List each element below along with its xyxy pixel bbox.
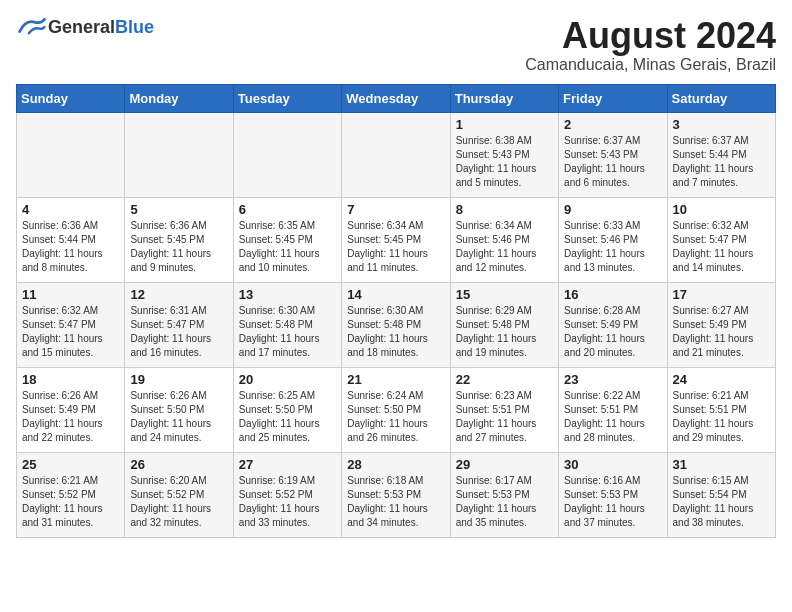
- calendar-header-saturday: Saturday: [667, 84, 775, 112]
- day-info: Sunrise: 6:34 AM Sunset: 5:46 PM Dayligh…: [456, 219, 553, 275]
- header: GeneralBlue August 2024 Camanducaia, Min…: [16, 16, 776, 74]
- calendar-cell: 8Sunrise: 6:34 AM Sunset: 5:46 PM Daylig…: [450, 197, 558, 282]
- calendar-cell: 22Sunrise: 6:23 AM Sunset: 5:51 PM Dayli…: [450, 367, 558, 452]
- calendar-cell: 30Sunrise: 6:16 AM Sunset: 5:53 PM Dayli…: [559, 452, 667, 537]
- day-info: Sunrise: 6:30 AM Sunset: 5:48 PM Dayligh…: [347, 304, 444, 360]
- day-info: Sunrise: 6:28 AM Sunset: 5:49 PM Dayligh…: [564, 304, 661, 360]
- day-number: 26: [130, 457, 227, 472]
- day-info: Sunrise: 6:37 AM Sunset: 5:44 PM Dayligh…: [673, 134, 770, 190]
- day-info: Sunrise: 6:25 AM Sunset: 5:50 PM Dayligh…: [239, 389, 336, 445]
- calendar-week-row: 1Sunrise: 6:38 AM Sunset: 5:43 PM Daylig…: [17, 112, 776, 197]
- calendar-cell: [125, 112, 233, 197]
- calendar-header-row: SundayMondayTuesdayWednesdayThursdayFrid…: [17, 84, 776, 112]
- day-info: Sunrise: 6:19 AM Sunset: 5:52 PM Dayligh…: [239, 474, 336, 530]
- day-info: Sunrise: 6:21 AM Sunset: 5:51 PM Dayligh…: [673, 389, 770, 445]
- calendar-cell: 4Sunrise: 6:36 AM Sunset: 5:44 PM Daylig…: [17, 197, 125, 282]
- day-number: 13: [239, 287, 336, 302]
- day-number: 29: [456, 457, 553, 472]
- calendar-cell: 14Sunrise: 6:30 AM Sunset: 5:48 PM Dayli…: [342, 282, 450, 367]
- calendar-cell: [17, 112, 125, 197]
- calendar-cell: [342, 112, 450, 197]
- day-number: 23: [564, 372, 661, 387]
- calendar-cell: 7Sunrise: 6:34 AM Sunset: 5:45 PM Daylig…: [342, 197, 450, 282]
- day-info: Sunrise: 6:22 AM Sunset: 5:51 PM Dayligh…: [564, 389, 661, 445]
- calendar-cell: 1Sunrise: 6:38 AM Sunset: 5:43 PM Daylig…: [450, 112, 558, 197]
- day-info: Sunrise: 6:36 AM Sunset: 5:44 PM Dayligh…: [22, 219, 119, 275]
- calendar-cell: 28Sunrise: 6:18 AM Sunset: 5:53 PM Dayli…: [342, 452, 450, 537]
- title-area: August 2024 Camanducaia, Minas Gerais, B…: [525, 16, 776, 74]
- day-info: Sunrise: 6:17 AM Sunset: 5:53 PM Dayligh…: [456, 474, 553, 530]
- calendar-cell: 27Sunrise: 6:19 AM Sunset: 5:52 PM Dayli…: [233, 452, 341, 537]
- day-number: 10: [673, 202, 770, 217]
- calendar-cell: 29Sunrise: 6:17 AM Sunset: 5:53 PM Dayli…: [450, 452, 558, 537]
- calendar-week-row: 25Sunrise: 6:21 AM Sunset: 5:52 PM Dayli…: [17, 452, 776, 537]
- main-title: August 2024: [525, 16, 776, 56]
- day-info: Sunrise: 6:32 AM Sunset: 5:47 PM Dayligh…: [22, 304, 119, 360]
- calendar-cell: 12Sunrise: 6:31 AM Sunset: 5:47 PM Dayli…: [125, 282, 233, 367]
- calendar-header-thursday: Thursday: [450, 84, 558, 112]
- day-number: 31: [673, 457, 770, 472]
- calendar-header-friday: Friday: [559, 84, 667, 112]
- calendar-week-row: 11Sunrise: 6:32 AM Sunset: 5:47 PM Dayli…: [17, 282, 776, 367]
- day-info: Sunrise: 6:34 AM Sunset: 5:45 PM Dayligh…: [347, 219, 444, 275]
- day-info: Sunrise: 6:23 AM Sunset: 5:51 PM Dayligh…: [456, 389, 553, 445]
- day-number: 30: [564, 457, 661, 472]
- day-info: Sunrise: 6:36 AM Sunset: 5:45 PM Dayligh…: [130, 219, 227, 275]
- day-number: 16: [564, 287, 661, 302]
- day-number: 4: [22, 202, 119, 217]
- day-number: 19: [130, 372, 227, 387]
- day-info: Sunrise: 6:38 AM Sunset: 5:43 PM Dayligh…: [456, 134, 553, 190]
- day-info: Sunrise: 6:18 AM Sunset: 5:53 PM Dayligh…: [347, 474, 444, 530]
- day-number: 3: [673, 117, 770, 132]
- day-info: Sunrise: 6:35 AM Sunset: 5:45 PM Dayligh…: [239, 219, 336, 275]
- day-number: 17: [673, 287, 770, 302]
- calendar-cell: 18Sunrise: 6:26 AM Sunset: 5:49 PM Dayli…: [17, 367, 125, 452]
- calendar-cell: 20Sunrise: 6:25 AM Sunset: 5:50 PM Dayli…: [233, 367, 341, 452]
- day-info: Sunrise: 6:24 AM Sunset: 5:50 PM Dayligh…: [347, 389, 444, 445]
- calendar-week-row: 18Sunrise: 6:26 AM Sunset: 5:49 PM Dayli…: [17, 367, 776, 452]
- day-info: Sunrise: 6:37 AM Sunset: 5:43 PM Dayligh…: [564, 134, 661, 190]
- logo-icon: [18, 16, 46, 38]
- day-number: 12: [130, 287, 227, 302]
- day-number: 22: [456, 372, 553, 387]
- calendar-cell: 31Sunrise: 6:15 AM Sunset: 5:54 PM Dayli…: [667, 452, 775, 537]
- day-number: 18: [22, 372, 119, 387]
- calendar-header-sunday: Sunday: [17, 84, 125, 112]
- calendar-cell: 17Sunrise: 6:27 AM Sunset: 5:49 PM Dayli…: [667, 282, 775, 367]
- day-info: Sunrise: 6:26 AM Sunset: 5:50 PM Dayligh…: [130, 389, 227, 445]
- day-number: 8: [456, 202, 553, 217]
- calendar-header-wednesday: Wednesday: [342, 84, 450, 112]
- calendar-header-monday: Monday: [125, 84, 233, 112]
- day-info: Sunrise: 6:29 AM Sunset: 5:48 PM Dayligh…: [456, 304, 553, 360]
- day-info: Sunrise: 6:30 AM Sunset: 5:48 PM Dayligh…: [239, 304, 336, 360]
- day-number: 9: [564, 202, 661, 217]
- calendar-cell: 2Sunrise: 6:37 AM Sunset: 5:43 PM Daylig…: [559, 112, 667, 197]
- day-number: 20: [239, 372, 336, 387]
- day-info: Sunrise: 6:20 AM Sunset: 5:52 PM Dayligh…: [130, 474, 227, 530]
- day-number: 11: [22, 287, 119, 302]
- day-number: 7: [347, 202, 444, 217]
- logo-text-blue: Blue: [115, 17, 154, 37]
- calendar-cell: 25Sunrise: 6:21 AM Sunset: 5:52 PM Dayli…: [17, 452, 125, 537]
- day-number: 21: [347, 372, 444, 387]
- day-number: 1: [456, 117, 553, 132]
- day-info: Sunrise: 6:32 AM Sunset: 5:47 PM Dayligh…: [673, 219, 770, 275]
- day-number: 25: [22, 457, 119, 472]
- calendar-cell: 5Sunrise: 6:36 AM Sunset: 5:45 PM Daylig…: [125, 197, 233, 282]
- calendar-table: SundayMondayTuesdayWednesdayThursdayFrid…: [16, 84, 776, 538]
- day-info: Sunrise: 6:21 AM Sunset: 5:52 PM Dayligh…: [22, 474, 119, 530]
- day-number: 14: [347, 287, 444, 302]
- day-number: 15: [456, 287, 553, 302]
- calendar-week-row: 4Sunrise: 6:36 AM Sunset: 5:44 PM Daylig…: [17, 197, 776, 282]
- calendar-cell: 11Sunrise: 6:32 AM Sunset: 5:47 PM Dayli…: [17, 282, 125, 367]
- day-number: 5: [130, 202, 227, 217]
- day-info: Sunrise: 6:15 AM Sunset: 5:54 PM Dayligh…: [673, 474, 770, 530]
- calendar-cell: 13Sunrise: 6:30 AM Sunset: 5:48 PM Dayli…: [233, 282, 341, 367]
- day-info: Sunrise: 6:33 AM Sunset: 5:46 PM Dayligh…: [564, 219, 661, 275]
- calendar-cell: 24Sunrise: 6:21 AM Sunset: 5:51 PM Dayli…: [667, 367, 775, 452]
- day-number: 6: [239, 202, 336, 217]
- day-number: 24: [673, 372, 770, 387]
- day-info: Sunrise: 6:26 AM Sunset: 5:49 PM Dayligh…: [22, 389, 119, 445]
- calendar-header-tuesday: Tuesday: [233, 84, 341, 112]
- day-info: Sunrise: 6:16 AM Sunset: 5:53 PM Dayligh…: [564, 474, 661, 530]
